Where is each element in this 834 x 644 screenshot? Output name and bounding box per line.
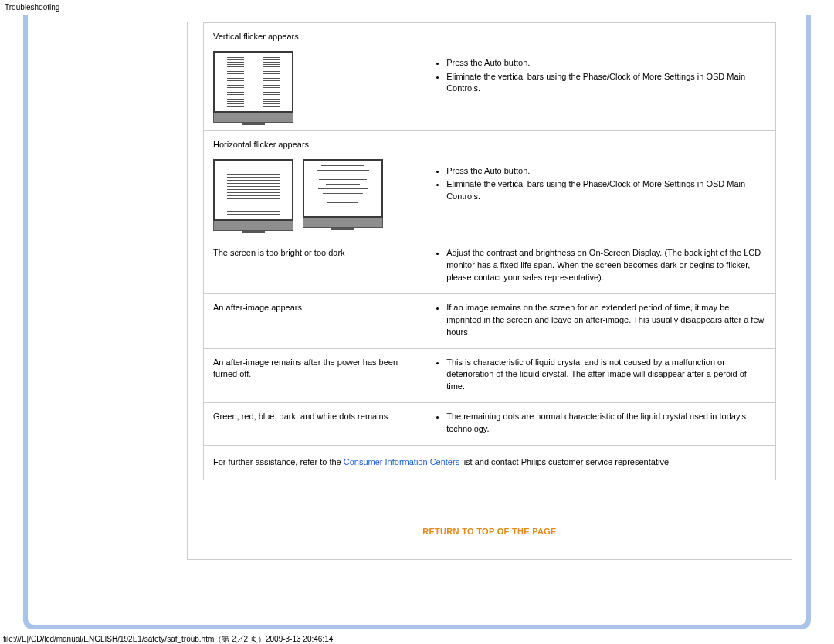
table-row: Horizontal flicker appears [204,130,776,239]
solution-item: Press the Auto button. [446,165,766,178]
table-row: The screen is too bright or too dark Adj… [204,239,776,293]
monitor-icon [303,159,383,231]
problem-cell: Vertical flicker appears [204,23,415,131]
table-row: Green, red, blue, dark, and white dots r… [204,403,776,446]
table-row: An after-image remains after the power h… [204,348,776,403]
solution-item: The remaining dots are normal characteri… [446,411,766,436]
solution-cell: This is characteristic of liquid crystal… [415,348,776,403]
solution-item: Press the Auto button. [446,57,766,69]
file-path-footer: file:///E|/CD/lcd/manual/ENGLISH/192E1/s… [0,629,834,644]
illustration-row [213,159,405,231]
footer-note-cell: For further assistance, refer to the Con… [204,446,776,480]
monitor-icon [213,159,293,231]
footer-note-before: For further assistance, refer to the [213,457,344,466]
solution-cell: Press the Auto button. Eliminate the ver… [415,130,776,239]
content-column: Vertical flicker appears [187,22,792,560]
footer-note-after: list and contact Philips customer servic… [459,457,671,466]
problem-cell: The screen is too bright or too dark [204,239,415,293]
monitor-icon [213,51,293,123]
solution-item: This is characteristic of liquid crystal… [446,357,766,394]
solution-cell: The remaining dots are normal characteri… [415,403,776,446]
problem-cell: Horizontal flicker appears [204,130,415,239]
table-row: An after-image appears If an image remai… [204,293,776,348]
problem-text: Horizontal flicker appears [213,139,405,151]
problem-cell: An after-image remains after the power h… [204,348,415,403]
page-frame: Vertical flicker appears [23,15,811,629]
troubleshooting-table: Vertical flicker appears [203,22,776,480]
solution-cell: Adjust the contrast and brightness on On… [415,239,776,293]
table-row: Vertical flicker appears [204,23,776,131]
solution-cell: Press the Auto button. Eliminate the ver… [415,23,776,131]
page-header-label: Troubleshooting [0,0,834,15]
illustration-row [213,51,405,123]
table-row: For further assistance, refer to the Con… [204,446,776,480]
consumer-info-centers-link[interactable]: Consumer Information Centers [344,457,459,466]
problem-cell: An after-image appears [204,293,415,348]
return-to-top-link[interactable]: RETURN TO TOP OF THE PAGE [203,527,776,536]
solution-item: Adjust the contrast and brightness on On… [446,247,766,284]
solution-item: Eliminate the vertical bars using the Ph… [446,71,766,96]
solution-item: If an image remains on the screen for an… [446,302,766,339]
page-body: Vertical flicker appears [28,15,806,625]
problem-text: Vertical flicker appears [213,31,405,43]
problem-cell: Green, red, blue, dark, and white dots r… [204,403,415,446]
solution-cell: If an image remains on the screen for an… [415,293,776,348]
solution-item: Eliminate the vertical bars using the Ph… [446,178,766,203]
